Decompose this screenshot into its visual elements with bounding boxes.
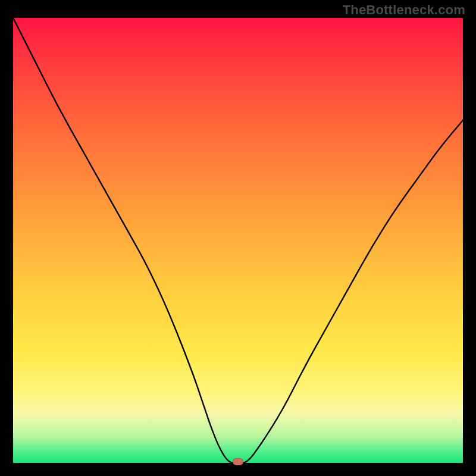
chart-frame: TheBottleneck.com <box>0 0 476 476</box>
valley-marker <box>233 458 243 465</box>
bottleneck-curve <box>13 18 463 463</box>
plot-area <box>13 18 463 463</box>
watermark-text: TheBottleneck.com <box>343 2 465 18</box>
